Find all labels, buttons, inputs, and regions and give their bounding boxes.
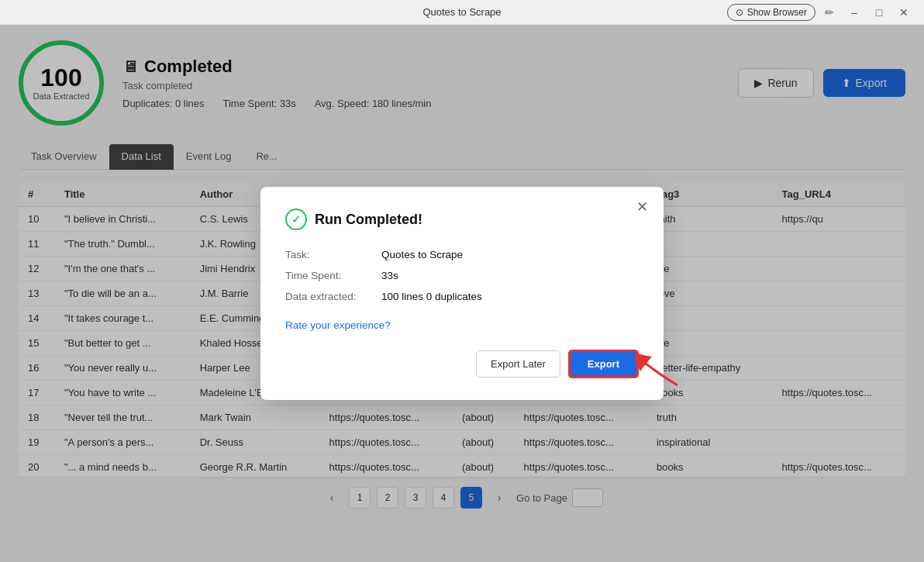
edit-button[interactable]: ✏ [819, 2, 840, 23]
modal-title: Run Completed! [315, 212, 422, 228]
data-label: Data extracted: [285, 286, 378, 307]
minimize-button[interactable]: – [843, 2, 865, 23]
task-row: Task: Quotes to Scrape [285, 244, 639, 265]
time-value: 33s [381, 265, 398, 286]
export-later-button[interactable]: Export Later [476, 350, 560, 378]
show-browser-label: Show Browser [747, 7, 807, 18]
export-modal-button[interactable]: Export [568, 350, 639, 378]
modal-overlay: ✕ ✓ Run Completed! Task: Quotes to Scrap… [0, 25, 924, 562]
task-label: Task: [285, 244, 378, 265]
close-button[interactable]: ✕ [893, 2, 915, 23]
data-row: Data extracted: 100 lines 0 duplicates [285, 286, 639, 307]
show-browser-button[interactable]: ⊙ Show Browser [727, 4, 815, 21]
time-row: Time Spent: 33s [285, 265, 639, 286]
task-value: Quotes to Scrape [381, 244, 463, 265]
time-label: Time Spent: [285, 265, 378, 286]
data-value: 100 lines 0 duplicates [381, 286, 482, 307]
maximize-button[interactable]: □ [868, 2, 890, 23]
modal-dialog: ✕ ✓ Run Completed! Task: Quotes to Scrap… [260, 187, 664, 400]
modal-header: ✓ Run Completed! [285, 209, 639, 230]
red-arrow [635, 350, 681, 389]
browser-icon: ⊙ [736, 7, 743, 18]
modal-info: Task: Quotes to Scrape Time Spent: 33s D… [285, 244, 639, 307]
app-title: Quotes to Scrape [422, 6, 501, 18]
title-bar: Quotes to Scrape ⊙ Show Browser ✏ – □ ✕ [0, 0, 924, 25]
modal-actions: Export Later Export [285, 350, 639, 378]
modal-close-button[interactable]: ✕ [631, 196, 653, 218]
rate-link[interactable]: Rate your experience? [285, 319, 639, 331]
check-icon: ✓ [285, 209, 307, 230]
title-bar-right: ⊙ Show Browser ✏ – □ ✕ [727, 2, 915, 23]
